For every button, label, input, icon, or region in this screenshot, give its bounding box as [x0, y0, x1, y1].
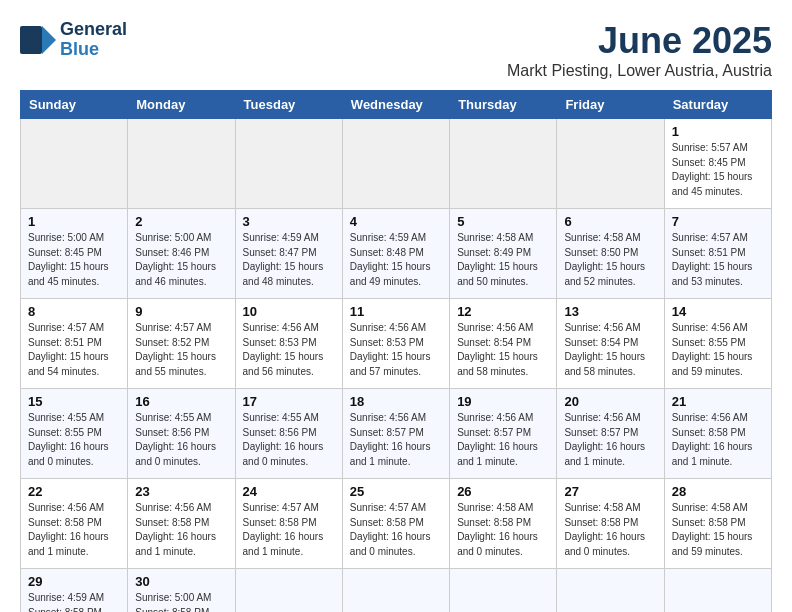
day-info: Sunrise: 4:56 AMSunset: 8:57 PMDaylight:…	[350, 411, 442, 469]
day-info: Sunrise: 4:55 AMSunset: 8:55 PMDaylight:…	[28, 411, 120, 469]
calendar-cell	[235, 119, 342, 209]
weekday-header-thursday: Thursday	[450, 91, 557, 119]
day-number: 27	[564, 484, 656, 499]
day-number: 1	[28, 214, 120, 229]
calendar-cell	[235, 569, 342, 613]
calendar-cell	[342, 569, 449, 613]
calendar-cell: 6Sunrise: 4:58 AMSunset: 8:50 PMDaylight…	[557, 209, 664, 299]
calendar-cell: 1Sunrise: 5:57 AMSunset: 8:45 PMDaylight…	[664, 119, 771, 209]
calendar-table: SundayMondayTuesdayWednesdayThursdayFrid…	[20, 90, 772, 612]
day-info: Sunrise: 5:57 AMSunset: 8:45 PMDaylight:…	[672, 141, 764, 199]
calendar-cell: 5Sunrise: 4:58 AMSunset: 8:49 PMDaylight…	[450, 209, 557, 299]
day-number: 25	[350, 484, 442, 499]
day-number: 7	[672, 214, 764, 229]
svg-marker-1	[42, 26, 56, 54]
calendar-cell: 11Sunrise: 4:56 AMSunset: 8:53 PMDayligh…	[342, 299, 449, 389]
weekday-header-sunday: Sunday	[21, 91, 128, 119]
calendar-cell: 15Sunrise: 4:55 AMSunset: 8:55 PMDayligh…	[21, 389, 128, 479]
day-number: 2	[135, 214, 227, 229]
day-number: 17	[243, 394, 335, 409]
day-info: Sunrise: 4:58 AMSunset: 8:58 PMDaylight:…	[564, 501, 656, 559]
day-number: 28	[672, 484, 764, 499]
day-info: Sunrise: 5:00 AMSunset: 8:58 PMDaylight:…	[135, 591, 227, 612]
calendar-cell: 25Sunrise: 4:57 AMSunset: 8:58 PMDayligh…	[342, 479, 449, 569]
day-info: Sunrise: 4:56 AMSunset: 8:57 PMDaylight:…	[564, 411, 656, 469]
title-area: June 2025 Markt Piesting, Lower Austria,…	[507, 20, 772, 80]
calendar-cell	[450, 569, 557, 613]
day-info: Sunrise: 4:57 AMSunset: 8:51 PMDaylight:…	[672, 231, 764, 289]
day-info: Sunrise: 4:57 AMSunset: 8:58 PMDaylight:…	[350, 501, 442, 559]
day-info: Sunrise: 5:00 AMSunset: 8:45 PMDaylight:…	[28, 231, 120, 289]
calendar-week-row: 1Sunrise: 5:57 AMSunset: 8:45 PMDaylight…	[21, 119, 772, 209]
day-number: 13	[564, 304, 656, 319]
weekday-header-friday: Friday	[557, 91, 664, 119]
calendar-cell: 30Sunrise: 5:00 AMSunset: 8:58 PMDayligh…	[128, 569, 235, 613]
calendar-cell: 19Sunrise: 4:56 AMSunset: 8:57 PMDayligh…	[450, 389, 557, 479]
day-number: 9	[135, 304, 227, 319]
day-number: 19	[457, 394, 549, 409]
weekday-header-tuesday: Tuesday	[235, 91, 342, 119]
day-number: 18	[350, 394, 442, 409]
calendar-week-row: 8Sunrise: 4:57 AMSunset: 8:51 PMDaylight…	[21, 299, 772, 389]
day-info: Sunrise: 4:56 AMSunset: 8:54 PMDaylight:…	[564, 321, 656, 379]
calendar-cell: 9Sunrise: 4:57 AMSunset: 8:52 PMDaylight…	[128, 299, 235, 389]
svg-rect-0	[20, 26, 42, 54]
day-number: 3	[243, 214, 335, 229]
day-number: 5	[457, 214, 549, 229]
day-info: Sunrise: 4:56 AMSunset: 8:58 PMDaylight:…	[28, 501, 120, 559]
day-number: 6	[564, 214, 656, 229]
day-number: 16	[135, 394, 227, 409]
day-info: Sunrise: 4:56 AMSunset: 8:55 PMDaylight:…	[672, 321, 764, 379]
day-number: 15	[28, 394, 120, 409]
weekday-header-monday: Monday	[128, 91, 235, 119]
calendar-cell: 2Sunrise: 5:00 AMSunset: 8:46 PMDaylight…	[128, 209, 235, 299]
weekday-header-wednesday: Wednesday	[342, 91, 449, 119]
day-number: 29	[28, 574, 120, 589]
calendar-cell: 21Sunrise: 4:56 AMSunset: 8:58 PMDayligh…	[664, 389, 771, 479]
calendar-cell: 24Sunrise: 4:57 AMSunset: 8:58 PMDayligh…	[235, 479, 342, 569]
day-info: Sunrise: 4:57 AMSunset: 8:52 PMDaylight:…	[135, 321, 227, 379]
calendar-week-row: 15Sunrise: 4:55 AMSunset: 8:55 PMDayligh…	[21, 389, 772, 479]
logo-text-general: General	[60, 20, 127, 40]
day-number: 22	[28, 484, 120, 499]
calendar-cell: 29Sunrise: 4:59 AMSunset: 8:58 PMDayligh…	[21, 569, 128, 613]
day-info: Sunrise: 4:56 AMSunset: 8:58 PMDaylight:…	[135, 501, 227, 559]
day-info: Sunrise: 4:59 AMSunset: 8:48 PMDaylight:…	[350, 231, 442, 289]
day-info: Sunrise: 4:56 AMSunset: 8:58 PMDaylight:…	[672, 411, 764, 469]
calendar-week-row: 22Sunrise: 4:56 AMSunset: 8:58 PMDayligh…	[21, 479, 772, 569]
day-number: 26	[457, 484, 549, 499]
calendar-cell	[21, 119, 128, 209]
weekday-header-saturday: Saturday	[664, 91, 771, 119]
calendar-cell: 12Sunrise: 4:56 AMSunset: 8:54 PMDayligh…	[450, 299, 557, 389]
calendar-cell: 23Sunrise: 4:56 AMSunset: 8:58 PMDayligh…	[128, 479, 235, 569]
calendar-cell	[342, 119, 449, 209]
day-info: Sunrise: 4:56 AMSunset: 8:53 PMDaylight:…	[350, 321, 442, 379]
calendar-week-row: 1Sunrise: 5:00 AMSunset: 8:45 PMDaylight…	[21, 209, 772, 299]
day-number: 8	[28, 304, 120, 319]
calendar-cell: 16Sunrise: 4:55 AMSunset: 8:56 PMDayligh…	[128, 389, 235, 479]
calendar-week-row: 29Sunrise: 4:59 AMSunset: 8:58 PMDayligh…	[21, 569, 772, 613]
calendar-cell: 22Sunrise: 4:56 AMSunset: 8:58 PMDayligh…	[21, 479, 128, 569]
day-info: Sunrise: 4:58 AMSunset: 8:49 PMDaylight:…	[457, 231, 549, 289]
day-info: Sunrise: 4:55 AMSunset: 8:56 PMDaylight:…	[243, 411, 335, 469]
day-info: Sunrise: 4:58 AMSunset: 8:58 PMDaylight:…	[457, 501, 549, 559]
calendar-cell	[664, 569, 771, 613]
day-info: Sunrise: 4:55 AMSunset: 8:56 PMDaylight:…	[135, 411, 227, 469]
day-info: Sunrise: 4:56 AMSunset: 8:57 PMDaylight:…	[457, 411, 549, 469]
day-info: Sunrise: 5:00 AMSunset: 8:46 PMDaylight:…	[135, 231, 227, 289]
calendar-cell: 20Sunrise: 4:56 AMSunset: 8:57 PMDayligh…	[557, 389, 664, 479]
logo-icon	[20, 26, 56, 54]
calendar-cell: 10Sunrise: 4:56 AMSunset: 8:53 PMDayligh…	[235, 299, 342, 389]
day-number: 10	[243, 304, 335, 319]
day-info: Sunrise: 4:57 AMSunset: 8:58 PMDaylight:…	[243, 501, 335, 559]
day-number: 24	[243, 484, 335, 499]
day-number: 14	[672, 304, 764, 319]
calendar-cell: 13Sunrise: 4:56 AMSunset: 8:54 PMDayligh…	[557, 299, 664, 389]
day-number: 20	[564, 394, 656, 409]
day-number: 23	[135, 484, 227, 499]
calendar-cell	[128, 119, 235, 209]
calendar-cell	[450, 119, 557, 209]
logo-text-blue: Blue	[60, 40, 127, 60]
calendar-cell	[557, 119, 664, 209]
header: General Blue June 2025 Markt Piesting, L…	[20, 20, 772, 80]
